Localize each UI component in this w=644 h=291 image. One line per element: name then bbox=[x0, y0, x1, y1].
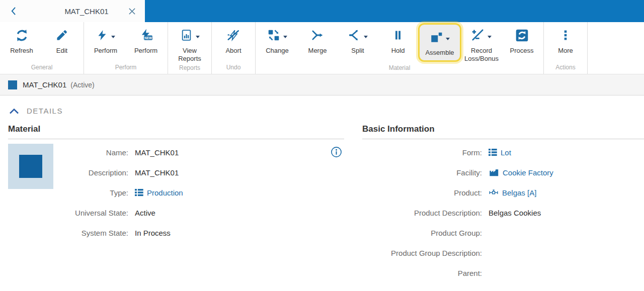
product-icon bbox=[489, 187, 499, 198]
basic-information-heading: Basic Information bbox=[362, 124, 644, 139]
merge-button[interactable]: Merge bbox=[297, 24, 338, 62]
chevron-down-icon bbox=[364, 36, 368, 38]
report-document-icon bbox=[180, 29, 193, 42]
tab-title: MAT_CHK01 bbox=[64, 7, 108, 16]
toolbar-button-label: Abort bbox=[225, 47, 241, 55]
process-button[interactable]: Process bbox=[502, 24, 542, 62]
toolbar-group-actions: More Actions bbox=[544, 22, 588, 74]
field-row-product: Product: Belgas [A] bbox=[362, 182, 644, 203]
field-value: Belgas Cookies bbox=[489, 209, 541, 217]
field-row-type: Type: Production bbox=[8, 182, 344, 203]
toolbar-button-label: Record Loss/Bonus bbox=[462, 47, 501, 62]
perform-new-button[interactable]: NEW Perform bbox=[126, 24, 166, 62]
field-label: Product Description: bbox=[362, 209, 482, 217]
field-label: Product Group Description: bbox=[362, 249, 482, 257]
lightning-new-icon: NEW bbox=[139, 28, 153, 42]
more-button[interactable]: More bbox=[545, 24, 586, 62]
info-icon[interactable] bbox=[330, 146, 342, 158]
toolbar-button-label: Process bbox=[510, 47, 534, 55]
material-image bbox=[8, 144, 53, 189]
type-link[interactable]: Production bbox=[147, 188, 183, 197]
material-section: Material Name: MAT_CHK01 bbox=[8, 124, 344, 283]
list-icon bbox=[135, 188, 143, 197]
field-label: Form: bbox=[362, 148, 482, 157]
toolbar-button-label: Merge bbox=[308, 47, 327, 55]
product-link[interactable]: Belgas [A] bbox=[502, 188, 536, 197]
assemble-squares-icon bbox=[430, 31, 443, 44]
toolbar-group-general: Refresh Edit General bbox=[0, 22, 84, 74]
toolbar-group-label: General bbox=[2, 62, 82, 74]
change-button[interactable]: Change bbox=[257, 24, 297, 62]
application-window: MAT_CHK01 Refresh bbox=[0, 0, 644, 291]
toolbar-button-label: Change bbox=[266, 47, 289, 55]
field-row-form: Form: Lot bbox=[362, 142, 644, 162]
toolbar-button-label: View Reports bbox=[171, 47, 209, 62]
toolbar-group-perform: Perform NEW Perform Perform bbox=[84, 22, 168, 74]
pause-icon bbox=[392, 29, 404, 42]
field-row-parent: Parent: bbox=[362, 263, 644, 283]
field-label: Product Group: bbox=[362, 229, 482, 237]
form-link[interactable]: Lot bbox=[501, 148, 511, 157]
chevron-left-icon bbox=[9, 6, 19, 17]
swap-squares-icon bbox=[267, 29, 280, 42]
plus-minus-slash-icon bbox=[471, 29, 485, 42]
toolbar-group-reports: View Reports Reports bbox=[168, 22, 212, 74]
toolbar: Refresh Edit General bbox=[0, 22, 644, 74]
details-columns: Material Name: MAT_CHK01 bbox=[0, 124, 644, 283]
toolbar-group-label: Perform bbox=[86, 62, 166, 74]
list-icon bbox=[489, 148, 497, 156]
field-row-product-group-description: Product Group Description: bbox=[362, 243, 644, 263]
tab-bar: MAT_CHK01 bbox=[0, 0, 644, 22]
perform-button[interactable]: Perform bbox=[86, 24, 126, 62]
toolbar-button-label: Split bbox=[351, 47, 364, 55]
details-header-label: DETAILS bbox=[27, 107, 63, 115]
basic-information-section: Basic Information Form: bbox=[362, 124, 644, 283]
field-row-universal-state: Universal State: Active bbox=[8, 203, 344, 223]
toolbar-group-label: Reports bbox=[170, 62, 210, 74]
toolbar-button-label: Assemble bbox=[425, 49, 454, 57]
toolbar-group-material: Change Merge bbox=[256, 22, 544, 74]
view-reports-button[interactable]: View Reports bbox=[170, 24, 210, 62]
split-button[interactable]: Split bbox=[338, 24, 378, 62]
field-label: Facility: bbox=[362, 168, 482, 177]
material-title: MAT_CHK01 bbox=[23, 80, 66, 89]
close-icon[interactable] bbox=[127, 6, 137, 16]
material-fields: Name: MAT_CHK01 Description: MAT_CHK01 T… bbox=[8, 142, 344, 243]
field-row-product-group: Product Group: bbox=[362, 223, 644, 243]
field-value: MAT_CHK01 bbox=[135, 148, 179, 157]
toolbar-button-label: Hold bbox=[391, 47, 405, 55]
facility-link[interactable]: Cookie Factory bbox=[503, 168, 553, 177]
pencil-icon bbox=[55, 29, 68, 42]
material-heading: Material bbox=[8, 124, 344, 139]
material-square-icon bbox=[8, 80, 17, 89]
record-loss-bonus-button[interactable]: Record Loss/Bonus bbox=[461, 24, 502, 62]
tab-mat-chk01[interactable]: MAT_CHK01 bbox=[28, 0, 145, 22]
abort-button[interactable]: Abort bbox=[213, 24, 254, 62]
basic-information-fields: Form: Lot bbox=[362, 142, 644, 283]
assemble-button[interactable]: Assemble bbox=[420, 25, 460, 60]
field-label: Universal State: bbox=[8, 209, 128, 217]
toolbar-group-label: Actions bbox=[545, 62, 586, 74]
toolbar-button-label: Edit bbox=[56, 47, 67, 55]
chevron-down-icon bbox=[196, 36, 200, 38]
toolbar-button-label: Refresh bbox=[10, 47, 33, 55]
field-label: Product: bbox=[362, 188, 482, 197]
material-status: (Active) bbox=[70, 81, 94, 89]
svg-text:NEW: NEW bbox=[144, 36, 152, 40]
toolbar-group-undo: Abort Undo bbox=[212, 22, 256, 74]
process-refresh-square-icon bbox=[515, 29, 529, 42]
toolbar-button-label: Perform bbox=[94, 47, 117, 55]
edit-button[interactable]: Edit bbox=[42, 24, 82, 62]
toolbar-spacer bbox=[588, 22, 644, 74]
toolbar-button-label: More bbox=[558, 47, 573, 55]
refresh-button[interactable]: Refresh bbox=[2, 24, 42, 62]
details-collapse-header[interactable]: DETAILS bbox=[9, 107, 644, 115]
back-button[interactable] bbox=[0, 0, 28, 22]
split-arrows-icon bbox=[348, 29, 361, 42]
hold-button[interactable]: Hold bbox=[378, 24, 418, 62]
field-value: In Process bbox=[135, 229, 171, 237]
field-value: Active bbox=[135, 209, 155, 217]
field-row-facility: Facility: Cookie Factory bbox=[362, 162, 644, 182]
chevron-up-icon bbox=[9, 108, 19, 114]
header-bar bbox=[145, 0, 644, 22]
